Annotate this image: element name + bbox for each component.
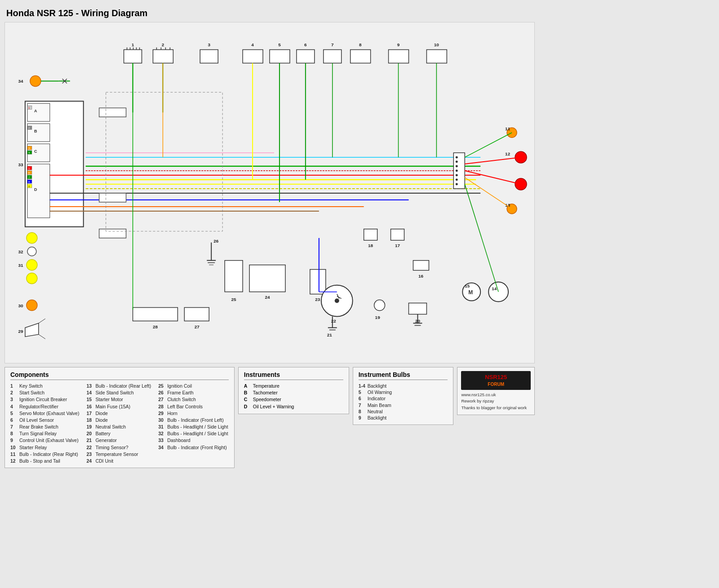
- svg-point-67: [27, 273, 37, 284]
- svg-rect-20: [297, 50, 315, 63]
- svg-text:10: 10: [434, 42, 439, 47]
- list-item: 12Bulb - Stop and Tail: [10, 458, 79, 464]
- svg-text:1: 1: [132, 42, 134, 47]
- svg-text:26: 26: [213, 239, 219, 243]
- diagram-svg: 1 2 3 4 5 6: [5, 22, 534, 363]
- components-col-3: 25Ignition Coil26Frame Earth27Clutch Swi…: [158, 383, 228, 464]
- components-content: 1Key Switch2Start Switch3Ignition Circui…: [10, 383, 229, 464]
- svg-rect-26: [389, 50, 409, 63]
- svg-rect-28: [426, 50, 447, 63]
- svg-text:27: 27: [195, 324, 200, 329]
- svg-rect-106: [225, 261, 243, 292]
- svg-rect-132: [408, 303, 426, 314]
- svg-text:24: 24: [265, 295, 270, 300]
- list-item: 7Rear Brake Switch: [10, 424, 79, 430]
- list-item: 1Key Switch: [10, 383, 79, 389]
- list-item: 13Bulb - Indicator (Rear Left): [86, 383, 151, 389]
- svg-rect-113: [184, 308, 209, 321]
- svg-text:5: 5: [278, 42, 281, 47]
- svg-text:32: 32: [18, 249, 23, 254]
- list-item: 9Backlight: [359, 415, 448, 421]
- page: Honda NSR 125 - Wiring Diagram 1 2 3: [0, 0, 539, 473]
- svg-point-70: [27, 300, 37, 311]
- logo-text: NSR125: [485, 374, 507, 380]
- svg-text:22: 22: [331, 318, 337, 323]
- svg-point-64: [27, 233, 37, 243]
- svg-rect-14: [200, 50, 218, 63]
- svg-point-149: [456, 179, 458, 181]
- list-item: ATemperature: [244, 383, 343, 389]
- svg-text:28: 28: [153, 324, 158, 329]
- list-item: 25Ignition Coil: [158, 383, 228, 389]
- svg-rect-1: [124, 50, 142, 63]
- list-item: 29Horn: [158, 410, 228, 416]
- svg-point-58: [30, 75, 41, 86]
- list-item: 22Timing Sensor?: [86, 444, 151, 451]
- svg-point-150: [456, 183, 458, 186]
- list-item: 32Bulbs - Headlight / Side Light: [158, 430, 228, 437]
- svg-text:B: B: [34, 129, 37, 133]
- svg-rect-8: [153, 50, 173, 63]
- list-item: 14Side Stand Switch: [86, 389, 151, 396]
- svg-rect-141: [413, 261, 429, 270]
- list-item: 19Neutral Switch: [86, 424, 151, 430]
- svg-rect-143: [453, 153, 465, 189]
- instruments-header: Instruments: [244, 371, 343, 380]
- bulbs-table: Instrument Bulbs 1-4Backlight5Oil Warnin…: [353, 367, 454, 425]
- svg-text:16: 16: [418, 274, 424, 279]
- svg-text:17: 17: [395, 243, 400, 248]
- svg-rect-139: [364, 229, 377, 240]
- svg-point-147: [456, 170, 458, 172]
- logo-area: NSR125 FORUM www.nsr125.co.uk Rework by …: [457, 367, 535, 415]
- bulbs-content: 1-4Backlight5Oil Warning6Indicator7Main …: [359, 383, 448, 421]
- list-item: 9Control Unit (Exhaust Valve): [10, 437, 79, 443]
- svg-text:18: 18: [368, 243, 373, 248]
- list-item: BTachometer: [244, 389, 343, 396]
- svg-point-145: [456, 161, 458, 163]
- svg-text:7: 7: [331, 42, 334, 47]
- svg-text:D: D: [34, 187, 37, 192]
- svg-text:3: 3: [208, 42, 210, 47]
- svg-text:30: 30: [18, 303, 23, 308]
- svg-text:M: M: [468, 289, 473, 296]
- bulbs-header: Instrument Bulbs: [359, 371, 448, 380]
- list-item: 8Neutral: [359, 408, 448, 415]
- list-item: 5Servo Motor (Exhaust Valve): [10, 410, 79, 416]
- list-item: 34Bulb - Indicator (Front Right): [158, 444, 228, 451]
- list-item: 16Main Fuse (15A): [86, 403, 151, 410]
- svg-text:29: 29: [18, 329, 23, 334]
- list-item: 2Start Switch: [10, 389, 79, 396]
- list-item: 6Indicator: [359, 395, 448, 402]
- svg-text:33: 33: [18, 162, 23, 167]
- list-item: 24CDI Unit: [86, 458, 151, 464]
- svg-point-122: [335, 299, 339, 303]
- list-item: 8Turn Signal Relay: [10, 430, 79, 437]
- tables-area: Components 1Key Switch2Start Switch3Igni…: [4, 367, 535, 468]
- svg-rect-119: [310, 270, 326, 294]
- svg-point-130: [374, 300, 385, 311]
- svg-point-144: [456, 156, 458, 159]
- components-col-1: 1Key Switch2Start Switch3Ignition Circui…: [10, 383, 79, 464]
- logo-badge: NSR125 FORUM: [461, 371, 531, 390]
- svg-rect-104: [99, 229, 126, 238]
- svg-text:15: 15: [465, 283, 470, 288]
- logo-url: www.nsr125.co.uk Rework by ripzay Thanks…: [461, 392, 531, 411]
- svg-text:12: 12: [505, 151, 510, 156]
- svg-text:C: C: [34, 149, 37, 154]
- instruments-table: Instruments ATemperatureBTachometerCSpee…: [238, 367, 349, 414]
- svg-text:23: 23: [315, 297, 320, 302]
- list-item: 7Main Beam: [359, 402, 448, 408]
- list-item: 30Bulb - Indicator (Front Left): [158, 417, 228, 423]
- list-item: 11Bulb - Indicator (Rear Right): [10, 451, 79, 457]
- svg-text:2: 2: [162, 42, 164, 47]
- list-item: 10Starter Relay: [10, 444, 79, 451]
- svg-rect-115: [133, 308, 178, 321]
- list-item: 15Starter Motor: [86, 396, 151, 402]
- svg-point-146: [456, 165, 458, 168]
- list-item: 33Dashboard: [158, 437, 228, 443]
- svg-rect-18: [270, 50, 290, 63]
- list-item: 4Regulator/Rectifier: [10, 403, 79, 410]
- list-item: 23Temperature Sensor: [86, 451, 151, 457]
- svg-rect-103: [99, 193, 126, 202]
- list-item: 1-4Backlight: [359, 383, 448, 389]
